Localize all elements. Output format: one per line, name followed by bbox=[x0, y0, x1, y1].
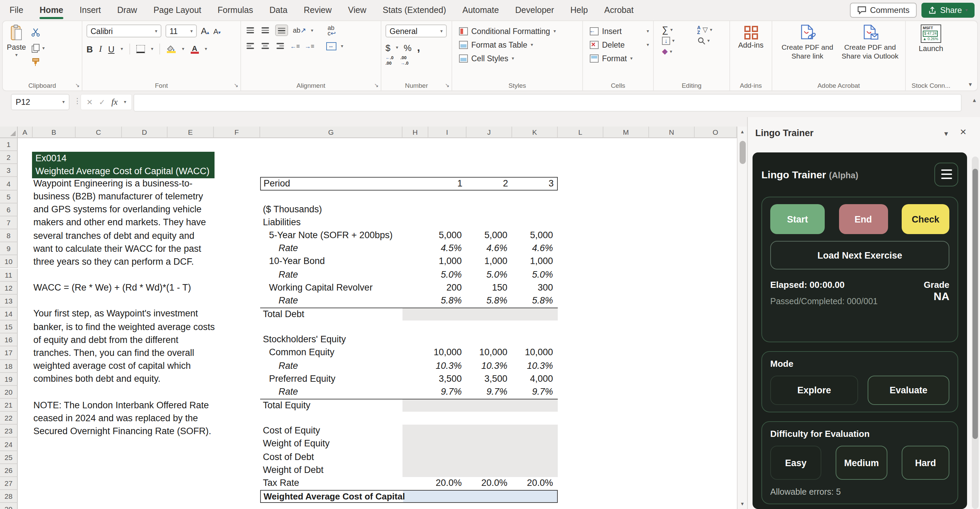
cell-value[interactable]: 20.0% bbox=[428, 477, 466, 490]
medium-button[interactable]: Medium bbox=[835, 446, 888, 480]
cell-value[interactable]: 1,000 bbox=[512, 255, 558, 268]
table-row[interactable]: Rate4.5%4.6%4.6% bbox=[260, 242, 558, 255]
row-header-22[interactable]: 22 bbox=[0, 412, 18, 425]
format-cells-button[interactable]: Format ▾ bbox=[590, 52, 649, 65]
cell-value[interactable]: 1 bbox=[429, 178, 467, 190]
cell-value[interactable]: 3,500 bbox=[466, 373, 512, 385]
row-header-25[interactable]: 25 bbox=[0, 451, 18, 464]
hard-button[interactable]: Hard bbox=[902, 446, 949, 480]
middle-align-button[interactable] bbox=[260, 26, 270, 35]
number-launcher[interactable]: ↘ bbox=[445, 82, 449, 89]
sheet-text-line[interactable]: ceased in 2024 and was replaced by the bbox=[33, 413, 198, 423]
row-header-2[interactable]: 2 bbox=[0, 151, 18, 164]
start-button[interactable]: Start bbox=[770, 204, 825, 234]
table-row[interactable]: Weighted Average Cost of Capital bbox=[260, 490, 558, 503]
decrease-decimal-button[interactable]: .00→.0 bbox=[401, 55, 409, 65]
cell-value[interactable]: 5.0% bbox=[512, 268, 558, 281]
cell-value[interactable]: 1,000 bbox=[428, 255, 466, 268]
row-header-28[interactable]: 28 bbox=[0, 490, 18, 503]
sheet-text-line[interactable]: business (B2B) manufacturer of telemetry bbox=[33, 191, 203, 201]
bold-button[interactable]: B bbox=[86, 44, 93, 54]
alignment-launcher[interactable]: ↘ bbox=[374, 82, 379, 89]
gray-fill-cells[interactable] bbox=[402, 400, 558, 412]
cell-value[interactable]: 200 bbox=[428, 281, 466, 294]
clipboard-launcher[interactable]: ↘ bbox=[75, 82, 80, 89]
sheet-text-line[interactable]: of equity and debt from the different bbox=[33, 335, 178, 345]
col-header-N[interactable]: N bbox=[649, 127, 695, 138]
cell-value[interactable]: 5.8% bbox=[428, 295, 466, 308]
row-header-20[interactable]: 20 bbox=[0, 386, 18, 399]
row-header-15[interactable]: 15 bbox=[0, 320, 18, 333]
col-header-L[interactable]: L bbox=[558, 127, 603, 138]
check-button[interactable]: Check bbox=[902, 204, 949, 234]
align-center-button[interactable] bbox=[260, 41, 270, 50]
sheet-scroll-thumb[interactable] bbox=[740, 141, 746, 164]
font-name-combo[interactable]: Calibri▾ bbox=[86, 24, 161, 37]
row-header-23[interactable]: 23 bbox=[0, 425, 18, 438]
merge-center-button[interactable]: ↔ bbox=[326, 42, 336, 50]
clear-button[interactable]: ◆▾ bbox=[662, 47, 687, 56]
cell-value[interactable]: 9.7% bbox=[512, 386, 558, 399]
pane-scroll-thumb[interactable] bbox=[972, 169, 978, 439]
sheet-vertical-scrollbar[interactable]: ▴ ▾ bbox=[737, 127, 747, 509]
top-align-button[interactable] bbox=[245, 26, 255, 35]
menu-tab-developer[interactable]: Developer bbox=[515, 0, 554, 21]
cell-value[interactable]: 4.5% bbox=[428, 242, 466, 255]
find-select-button[interactable]: ▾ bbox=[697, 37, 725, 45]
sheet-text-line[interactable]: weighted average cost of capital which bbox=[33, 361, 191, 371]
row-header-26[interactable]: 26 bbox=[0, 464, 18, 477]
gray-fill-cells[interactable] bbox=[402, 425, 558, 438]
row-header-29[interactable]: 29 bbox=[0, 503, 18, 509]
col-header-D[interactable]: D bbox=[122, 127, 167, 138]
addins-button[interactable]: Add-ins bbox=[734, 26, 767, 49]
accounting-format-button[interactable]: $ bbox=[385, 43, 390, 53]
row-header-14[interactable]: 14 bbox=[0, 308, 18, 320]
conditional-formatting-button[interactable]: Conditional Formatting ▾ bbox=[459, 24, 578, 38]
copy-button[interactable]: ▾ bbox=[31, 44, 45, 53]
sort-filter-button[interactable]: AZ▽▾ bbox=[697, 24, 725, 35]
end-button[interactable]: End bbox=[839, 204, 888, 234]
sheet-text-line[interactable]: three years so they can perform a DCF. bbox=[33, 257, 194, 267]
cell-value[interactable]: 1,000 bbox=[466, 255, 512, 268]
align-right-button[interactable] bbox=[275, 41, 285, 50]
row-header-18[interactable]: 18 bbox=[0, 360, 18, 373]
cells-area[interactable]: Ex0014 Weighted Average Cost of Capital … bbox=[18, 138, 737, 509]
table-row[interactable]: Stockholders' Equity bbox=[260, 334, 558, 347]
table-row[interactable]: ($ Thousands) bbox=[260, 203, 558, 216]
col-header-M[interactable]: M bbox=[603, 127, 649, 138]
col-header-F[interactable]: F bbox=[214, 127, 260, 138]
sheet-text-line[interactable]: Waypoint Engineering is a business-to- bbox=[33, 178, 192, 189]
menu-hamburger-button[interactable] bbox=[934, 162, 958, 186]
cell-value[interactable]: 3,500 bbox=[428, 373, 466, 385]
sheet-text-line[interactable]: Your first step, as Waypoint's investmen… bbox=[33, 309, 198, 319]
menu-tab-home[interactable]: Home bbox=[40, 0, 63, 21]
sheet-text-line[interactable]: several tranches of debt and equity and bbox=[33, 230, 194, 241]
comments-button[interactable]: Comments bbox=[850, 3, 917, 18]
sheet-text-line[interactable]: Secured Overnight Financing Rate (SOFR). bbox=[33, 426, 211, 436]
row-header-16[interactable]: 16 bbox=[0, 334, 18, 347]
col-header-J[interactable]: J bbox=[466, 127, 512, 138]
cell-value[interactable]: 20.0% bbox=[512, 477, 558, 490]
row-header-10[interactable]: 10 bbox=[0, 255, 18, 268]
font-size-combo[interactable]: 11▾ bbox=[165, 24, 197, 37]
table-row[interactable]: Cost of Debt bbox=[260, 451, 558, 464]
confirm-entry-button[interactable]: ✓ bbox=[99, 98, 105, 106]
stock-launch-button[interactable]: MSFT $ 47.24 ▲ 0.26% Launch bbox=[910, 24, 952, 52]
delete-cells-button[interactable]: Delete ▾ bbox=[590, 38, 649, 52]
sheet-text-line[interactable]: makers and other end markets. They have bbox=[33, 217, 206, 228]
cell-value[interactable]: 5.8% bbox=[466, 295, 512, 308]
col-header-C[interactable]: C bbox=[76, 127, 122, 138]
orientation-button[interactable]: ab↗ bbox=[293, 27, 306, 34]
cancel-entry-button[interactable]: ✕ bbox=[86, 98, 92, 106]
borders-button[interactable] bbox=[136, 45, 145, 53]
underline-button[interactable]: U bbox=[108, 44, 115, 54]
row-header-9[interactable]: 9 bbox=[0, 242, 18, 255]
table-row[interactable]: Rate9.7%9.7%9.7% bbox=[260, 386, 558, 399]
gray-fill-cells[interactable] bbox=[402, 451, 558, 464]
evaluate-button[interactable]: Evaluate bbox=[868, 376, 949, 405]
select-all-corner[interactable] bbox=[0, 127, 18, 138]
row-header-4[interactable]: 4 bbox=[0, 177, 18, 190]
decrease-indent-button[interactable]: ←≡ bbox=[290, 43, 300, 49]
cut-button[interactable] bbox=[31, 27, 45, 40]
sheet-text-line[interactable]: banker, is to find the weighted average … bbox=[33, 322, 215, 332]
